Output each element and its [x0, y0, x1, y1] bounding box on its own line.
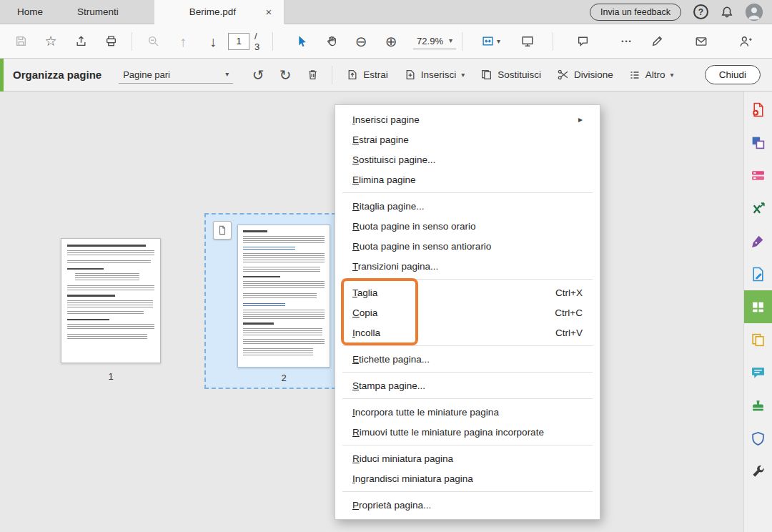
notifications-bell-icon[interactable]	[721, 6, 733, 19]
menu-item-ingrandisci-miniatura[interactable]: Ingrandisci miniatura pagina	[335, 468, 600, 488]
menu-item-stampa-pagine[interactable]: Stampa pagine...	[335, 375, 600, 395]
email-icon[interactable]	[689, 29, 713, 54]
organize-pages-icon[interactable]	[744, 290, 772, 323]
create-pdf-icon[interactable]	[744, 93, 772, 126]
scan-ocr-icon[interactable]	[744, 159, 772, 192]
page-1-content-preview	[67, 245, 154, 339]
tab-document[interactable]: Berime.pdf ×	[154, 0, 284, 24]
close-tab-icon[interactable]: ×	[262, 6, 275, 19]
close-tool-button[interactable]: Chiudi	[705, 65, 761, 84]
menu-item-inserisci-pagine[interactable]: Inserisci pagine ▸	[335, 109, 600, 129]
next-page-icon[interactable]: ↓	[201, 29, 225, 54]
menu-item-copia[interactable]: Copia Ctrl+C	[335, 302, 600, 322]
menu-item-estrai-pagine[interactable]: Estrai pagine	[335, 129, 600, 149]
page-thumbnail-2[interactable]	[237, 225, 330, 368]
comment-icon[interactable]	[744, 356, 772, 389]
menu-item-transizioni-pagina[interactable]: Transizioni pagina...	[335, 256, 600, 276]
menu-separator	[342, 398, 593, 399]
chevron-down-icon: ▾	[449, 37, 452, 44]
toolbar-separator	[272, 32, 273, 51]
menu-item-incorpora-miniature[interactable]: Incorpora tutte le miniature pagina	[335, 402, 600, 422]
menu-item-rimuovi-miniature[interactable]: Rimuovi tutte le miniature pagina incorp…	[335, 422, 600, 442]
menu-separator	[342, 279, 593, 280]
extract-page-icon	[346, 69, 358, 81]
delete-pages-icon[interactable]	[300, 63, 325, 87]
menu-item-shortcut: Ctrl+X	[555, 287, 583, 298]
hand-tool-icon[interactable]	[319, 29, 343, 54]
chevron-down-icon: ▾	[497, 38, 500, 45]
comment-bubble-icon[interactable]	[570, 29, 595, 54]
menu-separator	[342, 445, 593, 445]
menu-item-etichette-pagina[interactable]: Etichette pagina...	[335, 349, 600, 369]
toolbar-separator	[332, 66, 332, 84]
menu-item-label: Ritaglia pagine...	[352, 201, 583, 212]
page-number-input[interactable]	[228, 33, 249, 50]
menu-item-ritaglia-pagine[interactable]: Ritaglia pagine...	[335, 196, 600, 216]
tab-tools[interactable]: Strumenti	[60, 0, 136, 24]
fill-sign-icon[interactable]	[744, 225, 772, 257]
toolbar-separator	[462, 32, 462, 51]
menu-separator	[342, 345, 593, 346]
favorite-star-icon[interactable]: ☆	[39, 29, 63, 54]
menu-item-ruota-orario[interactable]: Ruota pagine in senso orario	[335, 216, 600, 236]
duplicate-pages-icon[interactable]	[744, 323, 772, 356]
sign-pen-icon[interactable]	[645, 29, 669, 54]
presentation-mode-icon[interactable]	[515, 29, 540, 54]
help-icon[interactable]: ?	[693, 4, 708, 19]
menu-item-shortcut: Ctrl+V	[555, 327, 583, 338]
zoom-level-value: 72.9%	[417, 36, 443, 46]
combine-files-icon[interactable]	[744, 126, 772, 159]
add-person-icon[interactable]	[733, 29, 758, 54]
more-button[interactable]: Altro ▾	[621, 63, 682, 87]
menu-item-incolla[interactable]: Incolla Ctrl+V	[335, 322, 600, 343]
split-button[interactable]: Divisione	[549, 63, 621, 87]
menu-item-label: Transizioni pagina...	[352, 261, 583, 272]
page-1-label: 1	[61, 371, 161, 382]
page-2-content-preview	[243, 230, 325, 355]
insert-button[interactable]: Inserisci ▾	[396, 63, 473, 87]
print-icon[interactable]	[99, 29, 123, 54]
page-2-label: 2	[237, 373, 330, 383]
menu-item-label: Elimina pagine	[352, 174, 583, 185]
menu-item-label: Ingrandisci miniatura pagina	[352, 473, 583, 484]
stamp-icon[interactable]	[744, 389, 772, 422]
page-2-selection-cell[interactable]: 2	[204, 213, 343, 389]
rotate-right-icon[interactable]: ↻	[273, 63, 297, 87]
menu-item-proprieta-pagina[interactable]: Proprietà pagina...	[335, 495, 600, 515]
organize-pages-toolbar: Organizza pagine Pagine pari ▾ ↺ ↻ Estra…	[0, 59, 772, 92]
zoom-level-dropdown[interactable]: 72.9% ▾	[413, 34, 456, 49]
zoom-out-search-icon[interactable]	[141, 29, 165, 54]
rotate-left-icon[interactable]: ↺	[246, 63, 270, 87]
protect-shield-icon[interactable]	[744, 422, 772, 455]
menu-item-elimina-pagine[interactable]: Elimina pagine	[335, 169, 600, 189]
split-label: Divisione	[574, 69, 613, 80]
more-tools-wrench-icon[interactable]	[744, 455, 772, 488]
menu-item-label: Rimuovi tutte le miniature pagina incorp…	[352, 427, 583, 438]
edit-pdf-icon[interactable]	[744, 257, 772, 290]
menu-item-label: Estrai pagine	[352, 134, 583, 145]
page-fit-icon[interactable]: ▾	[475, 29, 507, 54]
zoom-out-icon[interactable]: ⊖	[349, 29, 373, 54]
page-thumbnail-1[interactable]	[61, 238, 161, 363]
replace-button[interactable]: Sostituisci	[472, 63, 549, 87]
menu-item-sostituisci-pagine[interactable]: Sostituisci pagine...	[335, 149, 600, 169]
zoom-in-icon[interactable]: ⊕	[379, 29, 403, 54]
feedback-button[interactable]: Invia un feedback	[590, 4, 681, 21]
menu-item-ruota-antiorario[interactable]: Ruota pagine in senso antiorario	[335, 236, 600, 256]
more-tools-ellipsis-icon[interactable]: •••	[615, 29, 639, 54]
extract-button[interactable]: Estrai	[338, 63, 396, 87]
share-icon[interactable]	[69, 29, 93, 54]
toolbar-right-group	[642, 29, 772, 54]
toolbar-separator	[553, 32, 553, 51]
export-excel-icon[interactable]	[744, 192, 772, 225]
save-icon[interactable]	[9, 29, 33, 54]
tab-home[interactable]: Home	[0, 0, 60, 24]
menu-item-taglia[interactable]: Taglia Ctrl+X	[335, 282, 600, 302]
menu-item-riduci-miniatura[interactable]: Riduci miniatura pagina	[335, 448, 600, 468]
select-tool-icon[interactable]	[289, 29, 313, 54]
user-avatar[interactable]	[746, 4, 763, 21]
page-count-label: / 3	[254, 31, 262, 52]
page-range-dropdown[interactable]: Pagine pari ▾	[119, 66, 233, 84]
previous-page-icon[interactable]: ↑	[171, 29, 195, 54]
rotate-selection-widget[interactable]	[213, 221, 232, 240]
